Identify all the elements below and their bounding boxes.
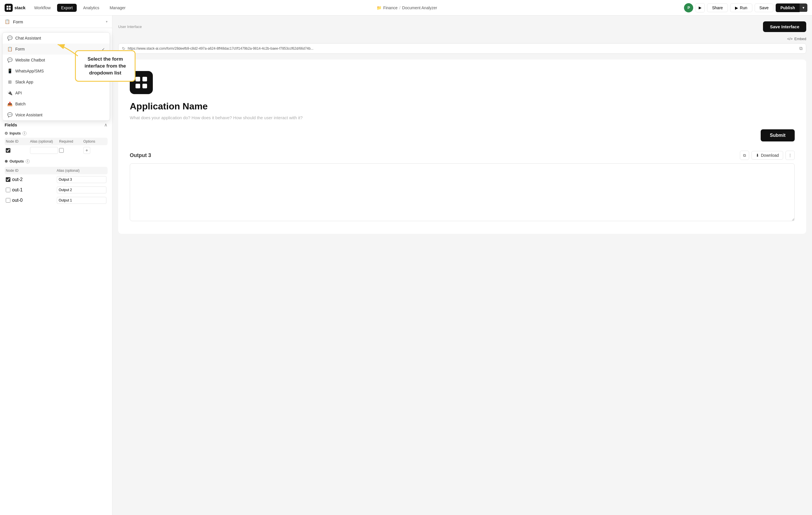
output-more-button[interactable]: ⋮ [785, 151, 795, 160]
output-actions: ⧉ ⬇ Download ⋮ [740, 151, 795, 160]
embed-button[interactable]: </> Embed [787, 37, 806, 41]
add-options-button[interactable]: + [83, 147, 90, 154]
play-icon-btn[interactable]: ▶ [696, 3, 705, 12]
preview-card: Application Name What does your applicat… [118, 59, 806, 234]
menu-item-form[interactable]: 📋 Form ✓ [3, 44, 110, 55]
body-container: 📋 Form ▾ 💬 Chat Assistant 📋 Form ✓ 💬 Web… [0, 16, 812, 515]
share-button[interactable]: Share [707, 3, 727, 12]
breadcrumb: 📁 Finance / Document Analyzer [132, 5, 682, 10]
svg-rect-7 [136, 84, 140, 88]
outputs-section-label: ⊗ Outputs i [5, 159, 108, 163]
svg-rect-3 [9, 8, 11, 9]
input-row-checkbox[interactable] [6, 148, 10, 153]
inputs-table-header: Node ID Alias (optional) Required Option… [5, 138, 108, 145]
breadcrumb-folder: Finance [383, 5, 398, 10]
outputs-icon: ⊗ [5, 159, 8, 163]
output-alias-2[interactable] [57, 197, 107, 204]
output-row-1: out-1 [5, 185, 108, 195]
copy-url-button[interactable]: ⧉ [799, 46, 803, 51]
publish-dropdown-button[interactable]: ▾ [800, 3, 807, 12]
breadcrumb-separator: / [399, 5, 401, 10]
breadcrumb-project: Document Analyzer [402, 5, 437, 10]
save-button[interactable]: Save [755, 3, 774, 12]
dropdown-selected-label: Form [13, 19, 23, 24]
form-icon: 📋 [7, 47, 12, 52]
output-alias-header: Alias (optional) [57, 169, 107, 173]
logo-icon [5, 4, 13, 12]
interface-type-dropdown[interactable]: 📋 Form ▾ [0, 16, 112, 28]
manager-tab[interactable]: Manager [106, 4, 129, 12]
svg-rect-0 [7, 5, 8, 7]
menu-item-label: Slack App [15, 80, 33, 84]
svg-rect-8 [142, 84, 147, 88]
svg-rect-6 [142, 77, 147, 81]
batch-icon: 📤 [7, 101, 12, 107]
api-icon: 🔌 [7, 90, 12, 96]
menu-item-label: Voice Assistant [15, 113, 42, 117]
menu-item-label: API [15, 91, 22, 95]
submit-button[interactable]: Submit [761, 129, 795, 141]
output-row-2: out-0 [5, 195, 108, 206]
form-icon: 📋 [5, 19, 10, 24]
run-button[interactable]: ▶ Run [730, 3, 752, 12]
output-alias-1[interactable] [57, 187, 107, 193]
publish-main-button[interactable]: Publish [776, 3, 800, 12]
required-checkbox[interactable] [59, 148, 64, 153]
export-tab[interactable]: Export [57, 4, 77, 12]
output-node-id-2: out-0 [12, 198, 23, 203]
copy-output-button[interactable]: ⧉ [740, 151, 749, 160]
voice-assistant-icon: 💬 [7, 112, 12, 117]
publish-button-group: Publish ▾ [776, 3, 807, 12]
output-title: Output 3 [130, 153, 151, 159]
alias-header: Alias (optional) [30, 139, 58, 143]
collapse-fields-button[interactable]: ∧ [104, 122, 108, 128]
outputs-table: Node ID Alias (optional) out-2 out [5, 167, 108, 206]
run-play-icon: ▶ [735, 5, 738, 10]
menu-item-slack-app[interactable]: ⊞ Slack App [3, 77, 110, 87]
output-textarea[interactable] [130, 163, 795, 221]
analytics-tab[interactable]: Analytics [79, 4, 103, 12]
output-alias-0[interactable] [57, 176, 107, 183]
menu-item-whatsapp-sms[interactable]: 📱 WhatsApp/SMS [3, 65, 110, 77]
refresh-icon[interactable]: ↻ [122, 46, 125, 51]
workflow-tab[interactable]: Workflow [30, 4, 55, 12]
app-name-display: Application Name [130, 101, 795, 112]
website-chatbot-icon: 💬 [7, 57, 12, 63]
output-checkbox-2[interactable] [6, 198, 10, 202]
nav-right-actions: P ▶ Share ▶ Run Save Publish ▾ [684, 3, 807, 12]
top-navigation: stack Workflow Export Analytics Manager … [0, 0, 812, 16]
save-interface-button[interactable]: Save Interface [763, 21, 806, 32]
chat-assistant-icon: 💬 [7, 35, 12, 41]
required-header: Required [59, 139, 82, 143]
svg-rect-5 [136, 77, 140, 81]
menu-item-voice-assistant[interactable]: 💬 Voice Assistant [3, 109, 110, 120]
menu-item-api[interactable]: 🔌 API [3, 87, 110, 99]
main-content: User Interface Save Interface </> Embed … [112, 16, 812, 515]
brand-name: stack [14, 5, 25, 10]
node-id-header: Node ID [6, 139, 29, 143]
menu-item-label: WhatsApp/SMS [15, 69, 44, 73]
dropdown-selected-item: 📋 Form [5, 19, 23, 24]
output-row-0: out-2 [5, 174, 108, 185]
output-header: Output 3 ⧉ ⬇ Download ⋮ [130, 151, 795, 160]
url-bar: ↻ https://www.stack-ai.com/form/28deefb9… [118, 43, 806, 54]
output-checkbox-1[interactable] [6, 188, 10, 192]
brand-logo: stack [5, 4, 25, 12]
whatsapp-icon: 📱 [7, 69, 12, 74]
output-section: Output 3 ⧉ ⬇ Download ⋮ [130, 151, 795, 222]
app-desc-display: What does your application do? How does … [130, 115, 795, 120]
output-checkbox-0[interactable] [6, 177, 10, 182]
inputs-info-icon: i [23, 131, 27, 135]
menu-item-website-chatbot[interactable]: 💬 Website Chatbot [3, 55, 110, 65]
outputs-info-icon: i [26, 159, 30, 163]
alias-input-field[interactable] [30, 147, 58, 154]
options-header: Options [83, 139, 107, 143]
menu-item-batch[interactable]: 📤 Batch [3, 99, 110, 109]
inputs-table-row: + [5, 145, 108, 156]
fields-title: Fields [5, 123, 17, 127]
download-button[interactable]: ⬇ Download [751, 151, 783, 160]
inputs-section-label: ⊙ Inputs i [5, 131, 108, 135]
fields-section: Fields ∧ ⊙ Inputs i Node ID Alias (optio… [5, 122, 108, 206]
check-icon: ✓ [102, 47, 105, 51]
menu-item-chat-assistant[interactable]: 💬 Chat Assistant [3, 33, 110, 44]
